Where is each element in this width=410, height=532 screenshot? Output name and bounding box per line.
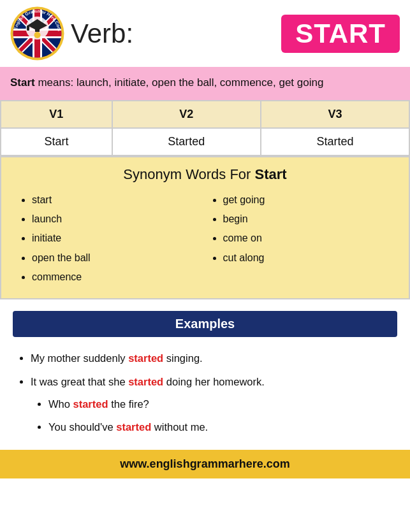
header-section: English Grammar Here.Com Verb: START	[0, 0, 410, 67]
examples-header: Examples	[13, 311, 397, 337]
start-badge: START	[281, 15, 400, 53]
synonym-col-1: start launch initiate open the ball comm…	[14, 191, 205, 287]
means-section: Start means: launch, initiate, open the …	[0, 67, 410, 100]
synonym-section: Synonym Words For Start start launch ini…	[0, 156, 410, 300]
verb-label: Verb:	[71, 18, 275, 49]
synonym-item: start	[32, 191, 205, 210]
synonym-item: get going	[223, 191, 397, 210]
synonym-title: Synonym Words For Start	[14, 166, 396, 183]
examples-section: Examples My mother suddenly started sing…	[0, 299, 410, 450]
table-cell-v1: Start	[1, 128, 112, 155]
example-sub-item-1: Who started the fire?	[48, 393, 397, 415]
example-list: My mother suddenly started singing. It w…	[13, 347, 397, 438]
table-cell-v2: Started	[112, 128, 261, 155]
logo-svg: English Grammar Here.Com	[10, 6, 64, 61]
synonym-item: cut along	[223, 248, 397, 268]
table-header-v2: V2	[112, 101, 261, 128]
synonym-item: commence	[32, 268, 205, 287]
table-header-v1: V1	[1, 101, 112, 128]
svg-rect-14	[35, 25, 40, 32]
example-sub-list: Who started the fire? You should've star…	[31, 393, 397, 438]
table-cell-v3: Started	[261, 128, 409, 155]
table-header-v3: V3	[261, 101, 409, 128]
svg-point-16	[34, 32, 41, 38]
synonym-item: come on	[223, 229, 397, 248]
synonym-item: launch	[32, 210, 205, 229]
synonym-item: open the ball	[32, 248, 205, 268]
means-text: means: launch, initiate, open the ball, …	[35, 76, 324, 89]
footer-url: www.englishgrammarhere.com	[120, 457, 289, 470]
footer: www.englishgrammarhere.com	[0, 450, 410, 478]
synonym-item: begin	[223, 210, 397, 229]
synonym-col-2: get going begin come on cut along	[205, 191, 397, 287]
table-section: V1 V2 V3 Start Started Started	[0, 100, 410, 156]
example-item-1: My mother suddenly started singing.	[31, 347, 397, 370]
verb-table: V1 V2 V3 Start Started Started	[0, 100, 410, 156]
svg-rect-15	[27, 25, 29, 31]
synonym-columns: start launch initiate open the ball comm…	[14, 191, 396, 287]
example-item-2: It was great that she started doing her …	[31, 371, 397, 438]
example-sub-item-2: You should've started without me.	[48, 416, 397, 438]
logo: English Grammar Here.Com	[10, 6, 64, 61]
means-bold-word: Start	[10, 76, 35, 89]
synonym-item: initiate	[32, 229, 205, 248]
